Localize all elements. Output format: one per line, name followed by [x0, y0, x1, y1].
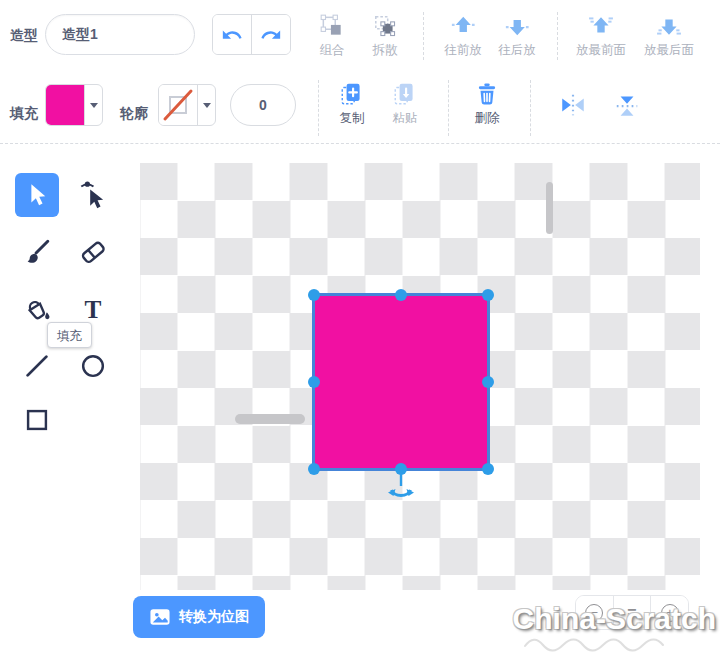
delete-label: 删除	[475, 110, 500, 127]
rectangle-icon	[22, 405, 52, 435]
undo-icon	[221, 24, 243, 46]
outline-color-picker[interactable]	[158, 84, 216, 126]
redo-icon	[260, 24, 282, 46]
scratch-paint-editor: 造型 组合	[0, 0, 720, 660]
layer-backward-icon	[504, 13, 530, 39]
resize-handle-nw[interactable]	[308, 289, 320, 301]
resize-handle-n[interactable]	[395, 289, 407, 301]
undo-redo-group	[212, 14, 291, 55]
front-label: 放最前面	[576, 42, 626, 59]
tool-select[interactable]	[15, 173, 59, 217]
forward-label: 往前放	[444, 42, 482, 59]
fill-label: 填充	[10, 105, 38, 123]
line-icon	[22, 351, 52, 381]
watermark-script-squiggle	[520, 632, 690, 654]
outline-none-swatch	[159, 85, 198, 125]
tool-reshape[interactable]	[71, 173, 115, 217]
ungroup-icon	[372, 13, 398, 39]
group-icon	[319, 13, 345, 39]
backward-button[interactable]: 往后放	[498, 13, 536, 59]
resize-handle-ne[interactable]	[482, 289, 494, 301]
zoom-reset-icon: =	[627, 604, 636, 622]
ungroup-button[interactable]: 拆散	[372, 13, 398, 59]
convert-to-bitmap-label: 转换为位图	[179, 608, 249, 626]
chevron-down-icon	[90, 103, 98, 108]
fill-color-picker[interactable]	[45, 84, 103, 126]
format-divider-3	[530, 80, 531, 136]
tool-line[interactable]	[15, 344, 59, 388]
zoom-reset-button[interactable]: =	[613, 596, 651, 629]
rotation-handle[interactable]	[387, 468, 415, 502]
zoom-in-button[interactable]: +	[650, 596, 688, 629]
outline-dropdown	[198, 85, 215, 125]
copy-button[interactable]: 复制	[339, 81, 365, 127]
flip-horizontal-icon	[559, 92, 587, 118]
zoom-out-icon: −	[585, 604, 603, 622]
paint-canvas[interactable]	[140, 163, 700, 590]
zoom-out-button[interactable]: −	[576, 596, 613, 629]
resize-handle-se[interactable]	[482, 463, 494, 475]
copy-label: 复制	[340, 110, 365, 127]
reshape-icon	[78, 180, 108, 210]
no-outline-icon	[161, 87, 195, 123]
resize-handle-w[interactable]	[308, 376, 320, 388]
selected-square-shape[interactable]	[312, 293, 490, 471]
delete-button[interactable]: 删除	[474, 81, 500, 127]
flip-vertical-button[interactable]	[613, 92, 641, 118]
back-label: 放最后面	[644, 42, 694, 59]
vertical-scrollbar[interactable]	[546, 182, 553, 234]
group-button[interactable]: 组合	[319, 13, 345, 59]
tool-brush[interactable]	[15, 230, 59, 274]
resize-handle-e[interactable]	[482, 376, 494, 388]
backward-label: 往后放	[498, 42, 536, 59]
costume-name-input[interactable]	[45, 14, 195, 55]
brush-icon	[22, 237, 52, 267]
fill-tooltip: 填充	[47, 322, 92, 348]
tool-circle[interactable]	[71, 344, 115, 388]
toolbar-divider-1	[423, 12, 424, 60]
paint-bucket-icon	[22, 294, 52, 324]
fill-dropdown	[85, 85, 102, 125]
costume-label: 造型	[10, 27, 38, 45]
tool-rectangle[interactable]	[15, 398, 59, 442]
select-cursor-icon	[22, 180, 52, 210]
format-divider-1	[318, 80, 319, 136]
zoom-controls: − = +	[575, 595, 689, 630]
eraser-icon	[78, 237, 108, 267]
circle-icon	[78, 351, 108, 381]
toolbar-bottom-divider	[0, 143, 720, 144]
bring-to-front-button[interactable]: 放最前面	[576, 13, 626, 59]
flip-horizontal-button[interactable]	[559, 92, 587, 118]
send-to-back-button[interactable]: 放最后面	[644, 13, 694, 59]
layer-forward-icon	[450, 13, 476, 39]
bitmap-image-icon	[149, 607, 171, 627]
tool-panel: T	[0, 150, 140, 660]
layer-front-icon	[588, 13, 614, 39]
toolbar-divider-2	[557, 12, 558, 60]
flip-vertical-icon	[613, 92, 641, 118]
paste-icon	[392, 81, 418, 107]
zoom-in-icon: +	[661, 604, 679, 622]
outline-label: 轮廓	[120, 105, 148, 123]
forward-button[interactable]: 往前放	[444, 13, 482, 59]
group-label: 组合	[320, 42, 345, 59]
paste-label: 粘贴	[393, 110, 418, 127]
resize-handle-sw[interactable]	[308, 463, 320, 475]
layer-back-icon	[656, 13, 682, 39]
fill-color-swatch	[46, 85, 85, 125]
svg-text:T: T	[85, 295, 102, 323]
trash-icon	[474, 81, 500, 107]
chevron-down-icon	[203, 103, 211, 108]
copy-icon	[339, 81, 365, 107]
paste-button[interactable]: 粘贴	[392, 81, 418, 127]
format-divider-2	[448, 80, 449, 136]
undo-button[interactable]	[213, 15, 251, 54]
ungroup-label: 拆散	[373, 42, 398, 59]
convert-to-bitmap-button[interactable]: 转换为位图	[133, 596, 265, 638]
tool-eraser[interactable]	[71, 230, 115, 274]
text-icon: T	[78, 294, 108, 324]
outline-width-input[interactable]	[230, 84, 296, 126]
horizontal-scrollbar[interactable]	[235, 414, 305, 424]
redo-button[interactable]	[251, 15, 290, 54]
